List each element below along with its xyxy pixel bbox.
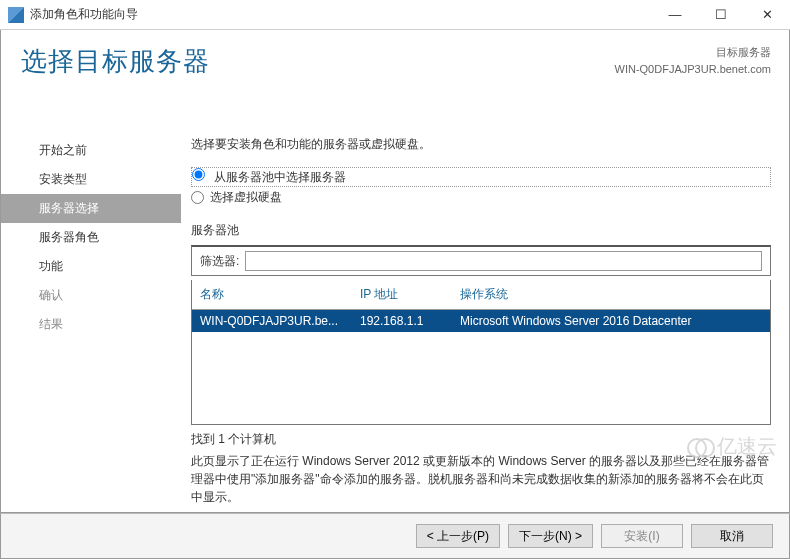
cell-os: Microsoft Windows Server 2016 Datacenter [460, 314, 762, 328]
wizard-sidebar: 开始之前 安装类型 服务器选择 服务器角色 功能 确认 结果 [1, 108, 181, 512]
minimize-button[interactable]: — [652, 0, 698, 29]
watermark-text: 亿速云 [717, 433, 777, 460]
radio-vhd-label: 选择虚拟硬盘 [210, 189, 282, 206]
nav-features[interactable]: 功能 [1, 252, 181, 281]
table-empty-space [192, 332, 770, 424]
nav-server-selection[interactable]: 服务器选择 [1, 194, 181, 223]
titlebar: 添加角色和功能向导 — ☐ ✕ [0, 0, 790, 30]
header-band: 选择目标服务器 目标服务器 WIN-Q0DFJAJP3UR.benet.com [21, 44, 771, 79]
nav-server-roles[interactable]: 服务器角色 [1, 223, 181, 252]
found-count: 找到 1 个计算机 [191, 431, 771, 448]
cell-name: WIN-Q0DFJAJP3UR.be... [200, 314, 360, 328]
wizard-footer: < 上一步(P) 下一步(N) > 安装(I) 取消 [0, 513, 790, 559]
col-header-name[interactable]: 名称 [200, 286, 360, 303]
radio-server-pool-label: 从服务器池中选择服务器 [214, 170, 346, 184]
cancel-button[interactable]: 取消 [691, 524, 773, 548]
filter-label: 筛选器: [200, 253, 239, 270]
filter-input[interactable] [245, 251, 762, 271]
col-header-ip[interactable]: IP 地址 [360, 286, 460, 303]
watermark: 亿速云 [687, 433, 777, 460]
nav-before-you-begin[interactable]: 开始之前 [1, 136, 181, 165]
table-header: 名称 IP 地址 操作系统 [192, 280, 770, 310]
radio-vhd[interactable] [191, 191, 204, 204]
close-button[interactable]: ✕ [744, 0, 790, 29]
selection-radio-group: 从服务器池中选择服务器 选择虚拟硬盘 [191, 167, 771, 208]
page-title: 选择目标服务器 [21, 44, 210, 79]
nav-results: 结果 [1, 310, 181, 339]
target-label: 目标服务器 [615, 44, 771, 61]
previous-button[interactable]: < 上一步(P) [416, 524, 500, 548]
nav-confirmation: 确认 [1, 281, 181, 310]
server-pool-label: 服务器池 [191, 222, 771, 239]
radio-server-pool-row[interactable]: 从服务器池中选择服务器 [191, 167, 771, 187]
window-controls: — ☐ ✕ [652, 0, 790, 29]
server-table: 名称 IP 地址 操作系统 WIN-Q0DFJAJP3UR.be... 192.… [191, 280, 771, 425]
watermark-icon [687, 438, 713, 456]
radio-vhd-row[interactable]: 选择虚拟硬盘 [191, 187, 771, 208]
target-server-box: 目标服务器 WIN-Q0DFJAJP3UR.benet.com [615, 44, 771, 77]
radio-server-pool[interactable] [192, 168, 205, 181]
app-icon [8, 7, 24, 23]
wizard-body: 选择目标服务器 目标服务器 WIN-Q0DFJAJP3UR.benet.com … [0, 30, 790, 513]
filter-box: 筛选器: [191, 245, 771, 276]
table-row[interactable]: WIN-Q0DFJAJP3UR.be... 192.168.1.1 Micros… [192, 310, 770, 332]
description-text: 此页显示了正在运行 Windows Server 2012 或更新版本的 Win… [191, 452, 771, 506]
col-header-os[interactable]: 操作系统 [460, 286, 762, 303]
maximize-button[interactable]: ☐ [698, 0, 744, 29]
cell-ip: 192.168.1.1 [360, 314, 460, 328]
nav-installation-type[interactable]: 安装类型 [1, 165, 181, 194]
install-button: 安装(I) [601, 524, 683, 548]
target-value: WIN-Q0DFJAJP3UR.benet.com [615, 61, 771, 78]
next-button[interactable]: 下一步(N) > [508, 524, 593, 548]
window-title: 添加角色和功能向导 [30, 6, 652, 23]
instruction-text: 选择要安装角色和功能的服务器或虚拟硬盘。 [191, 136, 771, 153]
